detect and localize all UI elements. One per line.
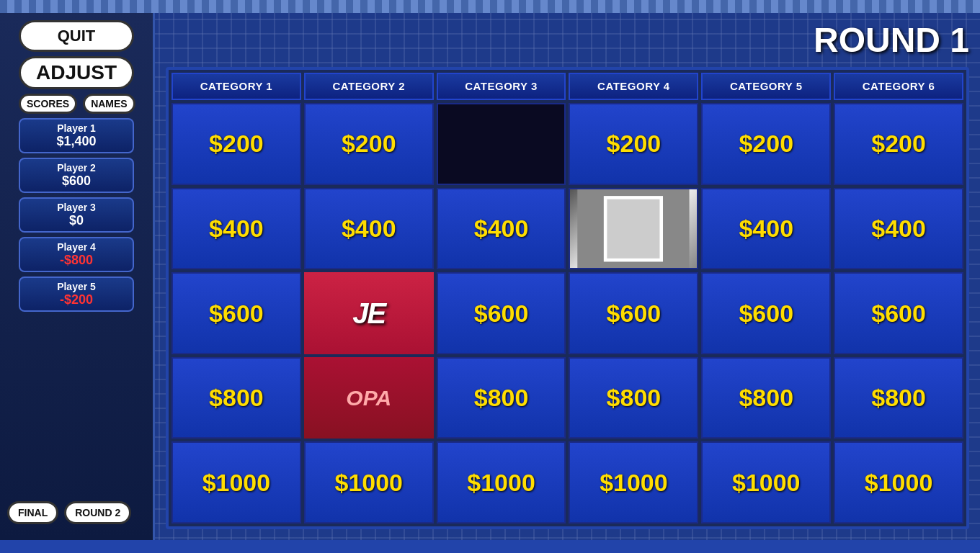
category-5-header: CATEGORY 5	[701, 73, 831, 100]
cell-3-6[interactable]: $600	[834, 272, 963, 354]
cell-5-6[interactable]: $1000	[834, 441, 963, 523]
cell-1-3[interactable]	[437, 103, 566, 185]
player-card-2[interactable]: Player 2 $600	[19, 158, 134, 193]
game-board: CATEGORY 1 CATEGORY 2 CATEGORY 3 CATEGOR…	[166, 67, 969, 529]
player-card-3[interactable]: Player 3 $0	[19, 197, 134, 233]
cell-5-4[interactable]: $1000	[569, 441, 698, 523]
player-card-1[interactable]: Player 1 $1,400	[19, 118, 134, 153]
cell-3-4[interactable]: $600	[569, 272, 698, 354]
category-1-header: CATEGORY 1	[172, 73, 301, 100]
player-2-score: $600	[24, 174, 128, 189]
cell-2-5[interactable]: $400	[701, 188, 831, 270]
cell-3-5[interactable]: $600	[701, 272, 831, 354]
bottom-buttons: FINAL ROUND 2	[7, 501, 131, 524]
bottom-decorative-bar	[0, 540, 980, 553]
sidebar: QUIT ADJUST SCORES NAMES Player 1 $1,400…	[0, 13, 155, 540]
player-1-name: Player 1	[24, 122, 128, 134]
cell-1-1[interactable]: $200	[172, 103, 301, 185]
player-4-score: -$800	[24, 253, 128, 268]
cell-1-4[interactable]: $200	[569, 103, 698, 185]
player-2-name: Player 2	[24, 162, 128, 174]
player-5-name: Player 5	[24, 281, 128, 292]
cell-5-1[interactable]: $1000	[172, 441, 301, 523]
player-4-name: Player 4	[24, 241, 128, 253]
cell-1-2[interactable]: $200	[304, 103, 434, 185]
cell-2-4[interactable]	[569, 188, 698, 270]
round2-button[interactable]: ROUND 2	[64, 501, 131, 524]
logo-top-text: JE	[352, 297, 385, 330]
cell-2-1[interactable]: $400	[172, 188, 301, 270]
cell-2-2[interactable]: $400	[304, 188, 434, 270]
cell-5-5[interactable]: $1000	[701, 441, 831, 523]
svg-rect-2	[607, 199, 660, 258]
cell-4-1[interactable]: $800	[172, 357, 301, 439]
final-button[interactable]: FINAL	[7, 501, 58, 524]
adjust-row: SCORES NAMES	[19, 94, 134, 114]
category-2-header: CATEGORY 2	[304, 73, 434, 100]
cell-4-3[interactable]: $800	[437, 357, 566, 439]
cell-2-3[interactable]: $400	[437, 188, 566, 270]
cell-4-2-logo-bottom[interactable]: OPA	[304, 357, 434, 439]
player-3-name: Player 3	[24, 202, 128, 213]
quit-button[interactable]: QUIT	[19, 20, 134, 52]
player-card-4[interactable]: Player 4 -$800	[19, 237, 134, 272]
adjust-button[interactable]: ADJUST	[19, 56, 134, 89]
cell-4-6[interactable]: $800	[834, 357, 963, 439]
logo-bottom-text: OPA	[346, 386, 391, 410]
cell-3-1[interactable]: $600	[172, 272, 301, 354]
names-button[interactable]: NAMES	[83, 94, 135, 114]
image-placeholder	[570, 189, 697, 269]
category-6-header: CATEGORY 6	[834, 73, 963, 100]
cell-3-2-logo-top[interactable]: JE	[304, 272, 434, 354]
category-4-header: CATEGORY 4	[569, 73, 698, 100]
top-decorative-bar	[0, 0, 980, 13]
cell-1-6[interactable]: $200	[834, 103, 963, 185]
cell-5-3[interactable]: $1000	[437, 441, 566, 523]
player-card-5[interactable]: Player 5 -$200	[19, 276, 134, 312]
main-area: ROUND 1 CATEGORY 1 CATEGORY 2 CATEGORY 3…	[155, 13, 980, 540]
cell-1-5[interactable]: $200	[701, 103, 831, 185]
cell-4-5[interactable]: $800	[701, 357, 831, 439]
cell-4-4[interactable]: $800	[569, 357, 698, 439]
cell-2-6[interactable]: $400	[834, 188, 963, 270]
player-1-score: $1,400	[24, 134, 128, 149]
player-3-score: $0	[24, 213, 128, 228]
cell-3-3[interactable]: $600	[437, 272, 566, 354]
player-5-score: -$200	[24, 292, 128, 307]
scores-button[interactable]: SCORES	[19, 94, 77, 114]
cell-5-2[interactable]: $1000	[304, 441, 434, 523]
round-title: ROUND 1	[166, 20, 969, 60]
category-3-header: CATEGORY 3	[437, 73, 566, 100]
